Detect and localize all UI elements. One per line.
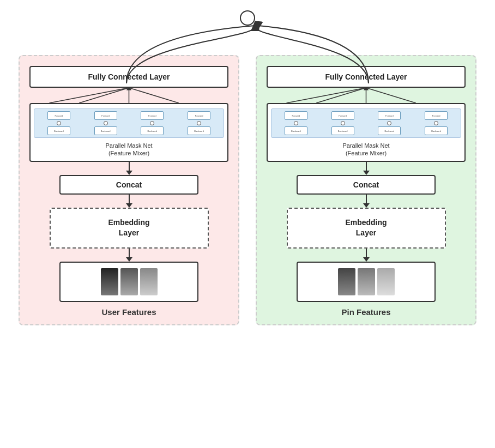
- user-fan-arrows: [29, 88, 228, 103]
- pin-panel-label: Pin Features: [341, 307, 390, 317]
- user-pmn-inner: Forward Backward Forward Backward Forwar…: [34, 108, 224, 138]
- user-arrow2-svg: [126, 195, 132, 208]
- pin-feat-block-2: [358, 268, 375, 295]
- pin-concat-label: Concat: [353, 180, 379, 189]
- svg-line-13: [287, 88, 366, 103]
- pin-pmn-unit1-circle: [294, 121, 298, 125]
- user-pmn-layer: Forward Backward Forward Backward Forwar…: [29, 103, 228, 162]
- user-embedding-label: EmbeddingLayer: [108, 218, 149, 238]
- pin-fan-arrows: [267, 88, 466, 103]
- pin-arrow3: [267, 249, 466, 262]
- pin-features-panel: Fully Connected Layer: [256, 55, 476, 325]
- user-arrow2: [29, 195, 228, 208]
- pin-embedding-label: EmbeddingLayer: [345, 218, 387, 238]
- user-pmn-unit1-top: Forward: [47, 111, 70, 120]
- svg-marker-7: [126, 203, 132, 208]
- pin-concat-layer: Concat: [297, 175, 436, 195]
- user-arrow1: [29, 162, 228, 175]
- pin-embedding-layer: EmbeddingLayer: [287, 208, 446, 249]
- panels-container: Fully Connected Layer: [19, 55, 476, 325]
- user-feat-block-1: [101, 268, 118, 295]
- user-arrow1-svg: [126, 162, 132, 175]
- svg-line-1: [79, 88, 129, 103]
- pin-pmn-unit1-bottom: Backward: [285, 126, 307, 135]
- pin-pmn-unit4-top: Forward: [425, 111, 448, 120]
- pin-arrow2-svg: [363, 195, 370, 208]
- user-arrow3-svg: [126, 249, 132, 262]
- diagram-container: Fully Connected Layer: [8, 6, 487, 442]
- user-pmn-unit4-top: Forward: [188, 111, 210, 120]
- user-fc-layer: Fully Connected Layer: [29, 66, 228, 88]
- user-panel-label: User Features: [101, 307, 156, 317]
- pin-pmn-unit4-bottom: Backward: [425, 126, 448, 135]
- pin-pmn-unit4-circle: [434, 121, 438, 125]
- user-pmn-unit-4: Forward Backward: [188, 111, 210, 135]
- user-fc-label: Fully Connected Layer: [88, 72, 170, 81]
- pin-pmn-unit3-bottom: Backward: [378, 126, 401, 135]
- output-circle: [240, 10, 255, 26]
- svg-marker-17: [363, 203, 370, 208]
- pin-feat-block-3: [377, 268, 395, 295]
- pin-pmn-unit-3: Forward Backward: [378, 111, 401, 135]
- user-pmn-unit-1: Forward Backward: [47, 111, 70, 135]
- pin-fc-label: Fully Connected Layer: [325, 72, 407, 81]
- pin-fc-layer: Fully Connected Layer: [267, 66, 466, 88]
- user-pmn-unit4-circle: [197, 121, 201, 125]
- pin-pmn-unit3-circle: [387, 121, 391, 125]
- svg-marker-9: [126, 257, 132, 262]
- svg-line-11: [316, 88, 366, 103]
- pin-fan-svg: [267, 88, 466, 103]
- pin-arrow2: [267, 195, 466, 208]
- pin-pmn-unit-2: Forward Backward: [331, 111, 354, 135]
- user-embedding-layer: EmbeddingLayer: [50, 208, 209, 249]
- user-pmn-label: Parallel Mask Net(Feature Mixer): [105, 142, 152, 158]
- pin-pmn-unit2-top: Forward: [331, 111, 354, 120]
- svg-line-3: [50, 88, 129, 103]
- pin-pmn-unit-1: Forward Backward: [285, 111, 307, 135]
- user-feat-block-2: [120, 268, 138, 295]
- user-concat-label: Concat: [116, 180, 142, 189]
- svg-marker-19: [363, 257, 370, 262]
- pin-pmn-layer: Forward Backward Forward Backward Forwar…: [267, 103, 466, 162]
- svg-line-12: [366, 88, 416, 103]
- pin-arrow1-svg: [363, 162, 370, 175]
- pin-arrow1: [267, 162, 466, 175]
- user-pmn-unit2-circle: [104, 121, 108, 125]
- svg-line-2: [129, 88, 179, 103]
- user-concat-layer: Concat: [59, 175, 199, 195]
- user-pmn-unit2-bottom: Backward: [94, 126, 117, 135]
- user-pmn-unit1-circle: [57, 121, 61, 125]
- user-pmn-unit-3: Forward Backward: [141, 111, 164, 135]
- user-features-panel: Fully Connected Layer: [19, 55, 239, 325]
- user-pmn-unit4-bottom: Backward: [188, 126, 210, 135]
- pin-feature-blocks: [297, 262, 436, 302]
- user-pmn-unit2-top: Forward: [94, 111, 117, 120]
- user-feature-blocks: [59, 262, 199, 302]
- pin-pmn-unit-4: Forward Backward: [425, 111, 448, 135]
- pin-arrow3-svg: [363, 249, 370, 262]
- pin-panel-content: Fully Connected Layer: [267, 66, 466, 317]
- pin-pmn-unit1-top: Forward: [285, 111, 307, 120]
- user-feat-block-3: [140, 268, 158, 295]
- pin-pmn-unit3-top: Forward: [378, 111, 401, 120]
- user-pmn-unit3-bottom: Backward: [141, 126, 164, 135]
- svg-marker-15: [363, 171, 370, 175]
- pin-pmn-inner: Forward Backward Forward Backward Forwar…: [271, 108, 461, 138]
- user-fan-svg: [29, 88, 228, 103]
- user-panel-content: Fully Connected Layer: [29, 66, 228, 317]
- user-pmn-unit1-bottom: Backward: [47, 126, 70, 135]
- pin-pmn-unit2-bottom: Backward: [331, 126, 354, 135]
- user-pmn-unit3-top: Forward: [141, 111, 164, 120]
- user-pmn-unit3-circle: [150, 121, 154, 125]
- user-pmn-unit-2: Forward Backward: [94, 111, 117, 135]
- user-arrow3: [29, 249, 228, 262]
- pin-pmn-unit2-circle: [341, 121, 345, 125]
- pin-feat-block-1: [338, 268, 355, 295]
- pin-pmn-label: Parallel Mask Net(Feature Mixer): [342, 142, 389, 158]
- svg-marker-5: [126, 171, 132, 175]
